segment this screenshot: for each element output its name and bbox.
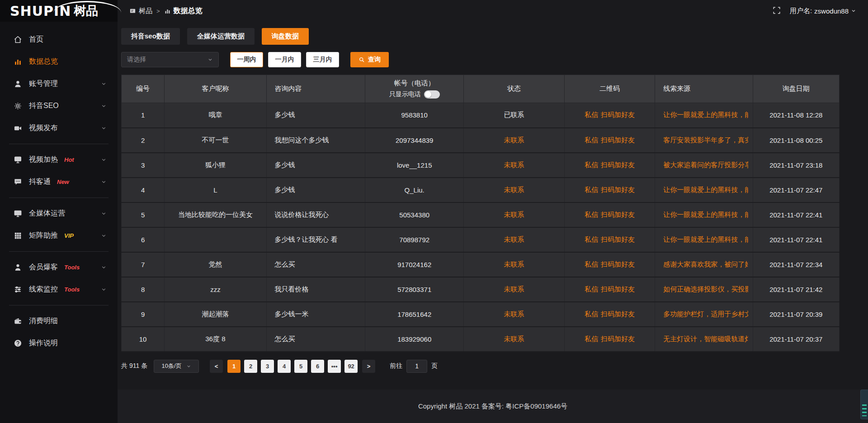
cell-content: 怎么买	[266, 327, 365, 352]
dm-link[interactable]: 私信	[585, 235, 598, 243]
scan-add-friend-link[interactable]: 扫码加好友	[601, 285, 635, 293]
logo[interactable]: SHUPIN 树品	[0, 0, 118, 22]
sidebar-item-video-publish[interactable]: 视频发布	[0, 117, 118, 139]
scan-add-friend-link[interactable]: 扫码加好友	[601, 136, 635, 144]
lead-source-link[interactable]: 让你一眼就爱上的黑科技，能…	[663, 211, 748, 219]
sidebar-item-expense-detail[interactable]: 消费明细	[0, 310, 118, 332]
lead-source-link[interactable]: 被大家追着问的客厅投影分享…	[663, 161, 748, 169]
scan-add-friend-link[interactable]: 扫码加好友	[601, 260, 635, 268]
sidebar-item-video-heating[interactable]: 视频加热Hot	[0, 149, 118, 171]
breadcrumb-item[interactable]: 数据总览	[164, 6, 203, 16]
scan-add-friend-link[interactable]: 扫码加好友	[601, 111, 635, 118]
lead-source-link[interactable]: 感谢大家喜欢我家，被问了好…	[663, 260, 748, 269]
column-header-qr: 二维码	[564, 75, 655, 103]
column-header-status: 状态	[464, 75, 564, 103]
scan-add-friend-link[interactable]: 扫码加好友	[601, 161, 635, 169]
lead-source-link[interactable]: 让你一眼就爱上的黑科技，能…	[663, 235, 748, 244]
prev-page-button[interactable]: <	[210, 360, 223, 373]
page-button-2[interactable]: 2	[244, 360, 257, 373]
sidebar-item-matrix-boost[interactable]: 矩阵助推VIP	[0, 225, 118, 247]
cell-source: 感谢大家喜欢我家，被问了好…	[655, 252, 753, 277]
page-button-4[interactable]: 4	[278, 360, 291, 373]
tab-douyin-seo-data[interactable]: 抖音seo数据	[121, 28, 180, 45]
cell-account: 917024162	[365, 252, 464, 277]
column-header-id: 编号	[122, 75, 165, 103]
cell-id: 5	[122, 202, 165, 227]
scan-add-friend-link[interactable]: 扫码加好友	[601, 186, 635, 193]
scan-add-friend-link[interactable]: 扫码加好友	[601, 211, 635, 218]
user-menu[interactable]: 用户名: zswodun88	[790, 7, 856, 15]
breadcrumb-item[interactable]: 树品	[129, 7, 152, 15]
page-size-select[interactable]: 10条/页	[154, 360, 199, 373]
sidebar-item-member-burst[interactable]: 会员爆客Tools	[0, 256, 118, 278]
dm-link[interactable]: 私信	[585, 211, 598, 218]
scan-add-friend-link[interactable]: 扫码加好友	[601, 335, 635, 343]
lead-source-link[interactable]: 客厅安装投影半年多了，真实…	[663, 136, 748, 145]
page-button-5[interactable]: 5	[294, 360, 307, 373]
lead-source-link[interactable]: 如何正确选择投影仪，买投影…	[663, 285, 748, 294]
cell-account: 178651642	[365, 302, 464, 327]
member-icon	[14, 263, 22, 272]
cell-content: 我只看价格	[266, 277, 365, 302]
page-button-6[interactable]: 6	[311, 360, 324, 373]
scan-add-friend-link[interactable]: 扫码加好友	[601, 310, 635, 318]
sidebar-item-label: 线索监控	[29, 285, 58, 294]
dm-link[interactable]: 私信	[585, 136, 598, 144]
sidebar-item-douketong[interactable]: 抖客通New	[0, 171, 118, 193]
cell-qr: 私信扫码加好友	[564, 128, 655, 153]
home-icon	[14, 35, 22, 44]
sliders-icon	[14, 285, 22, 294]
chat-widget[interactable]	[860, 390, 868, 419]
sidebar-item-instructions[interactable]: 操作说明	[0, 332, 118, 354]
page-button-1[interactable]: 1	[227, 360, 241, 373]
search-button[interactable]: 查询	[350, 52, 389, 67]
goto-page-input[interactable]	[406, 360, 427, 373]
sidebar-item-badge: Tools	[64, 286, 80, 293]
next-page-button[interactable]: >	[362, 360, 375, 373]
tab-inquiry-data[interactable]: 询盘数据	[262, 28, 309, 45]
dm-link[interactable]: 私信	[585, 335, 598, 343]
page-button-92[interactable]: 92	[344, 360, 358, 373]
dm-link[interactable]: 私信	[585, 161, 598, 169]
sidebar-item-badge: New	[57, 179, 69, 185]
cell-source: 让你一眼就爱上的黑科技，能…	[655, 103, 753, 128]
fullscreen-icon[interactable]	[773, 6, 782, 15]
table-row: 9潮起潮落多少钱一米178651642未联系私信扫码加好友多功能护栏灯，适用于乡…	[122, 302, 840, 327]
dm-link[interactable]: 私信	[585, 285, 598, 293]
lead-source-link[interactable]: 无主灯设计，智能磁吸轨道灯…	[663, 335, 748, 343]
dm-link[interactable]: 私信	[585, 260, 598, 268]
cell-nickname: 狐小狸	[165, 153, 266, 178]
dm-link[interactable]: 私信	[585, 310, 598, 318]
lead-source-link[interactable]: 多功能护栏灯，适用于乡村文…	[663, 310, 748, 319]
sidebar-item-data-overview[interactable]: 数据总览	[0, 51, 118, 73]
cell-qr: 私信扫码加好友	[564, 202, 655, 227]
phone-only-toggle[interactable]	[424, 90, 440, 99]
chevron-down-icon	[101, 125, 107, 131]
sidebar-item-leads-monitor[interactable]: 线索监控Tools	[0, 278, 118, 301]
table-row: 6多少钱？让我死心 看70898792未联系私信扫码加好友让你一眼就爱上的黑科技…	[122, 227, 840, 252]
page-button-3[interactable]: 3	[261, 360, 274, 373]
cell-status: 未联系	[464, 277, 564, 302]
chevron-down-icon	[186, 364, 191, 369]
lead-source-link[interactable]: 让你一眼就爱上的黑科技，能…	[663, 111, 748, 119]
period-button-1[interactable]: 一月内	[268, 52, 301, 67]
sidebar-item-account-management[interactable]: 账号管理	[0, 73, 118, 95]
page-ellipsis-button[interactable]: •••	[328, 360, 341, 373]
dm-link[interactable]: 私信	[585, 111, 598, 118]
cell-source: 被大家追着问的客厅投影分享…	[655, 153, 753, 178]
cell-date: 2021-11-07 22:34	[753, 252, 839, 277]
cell-content: 多少钱一米	[266, 302, 365, 327]
cell-status: 未联系	[464, 327, 564, 352]
filter-select[interactable]: 请选择	[121, 52, 219, 67]
period-button-0[interactable]: 一周内	[230, 52, 263, 67]
sidebar-item-douyin-seo[interactable]: 抖音SEO	[0, 95, 118, 117]
sidebar-item-home[interactable]: 首页	[0, 28, 118, 51]
dm-link[interactable]: 私信	[585, 186, 598, 193]
inquiry-table-wrap: 编号客户呢称咨询内容帐号（电话）只显示电话状态二维码线索来源询盘日期 1哦章多少…	[121, 75, 840, 352]
lead-source-link[interactable]: 让你一眼就爱上的黑科技，能…	[663, 186, 748, 194]
scan-add-friend-link[interactable]: 扫码加好友	[601, 235, 635, 243]
period-button-2[interactable]: 三月内	[306, 52, 339, 67]
chevron-down-icon	[101, 157, 107, 163]
sidebar-item-omni-media[interactable]: 全媒体运营	[0, 202, 118, 225]
tab-omni-media-data[interactable]: 全媒体运营数据	[187, 28, 255, 45]
